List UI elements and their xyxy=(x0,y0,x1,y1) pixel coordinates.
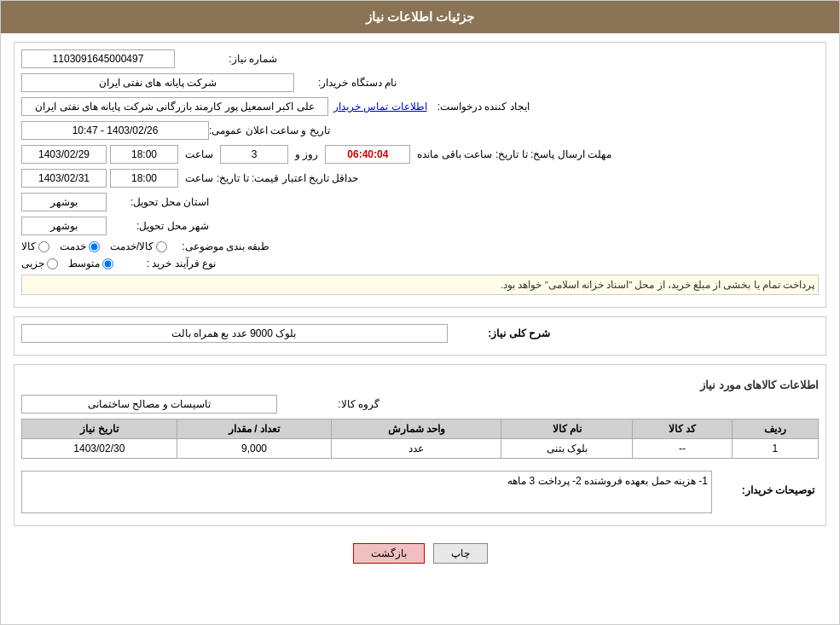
process-option-medium[interactable]: متوسط xyxy=(68,258,113,269)
goods-section: اطلاعات کالاهای مورد نیاز گروه کالا: تاس… xyxy=(14,364,826,526)
need-number-row: شماره نیاز: 1103091645000497 xyxy=(21,49,819,68)
table-row: 1--بلوک بتنیعدد9,0001403/02/30 xyxy=(22,439,819,459)
buyer-station-label: نام دستگاه خریدار: xyxy=(294,77,397,89)
buyer-notes-section: توصیحات خریدار: 1- هزینه حمل بعهده فروشن… xyxy=(21,467,819,513)
city-label: شهر محل تحویل: xyxy=(107,220,209,232)
goods-group-value: تاسیسات و مصالح ساختمانی xyxy=(21,395,277,414)
city-row: شهر محل تحویل: بوشهر xyxy=(21,217,819,235)
province-value: بوشهر xyxy=(21,193,107,211)
days-value: 3 xyxy=(220,145,288,164)
need-number-label: شماره نیاز: xyxy=(175,53,277,65)
cell-row: 1 xyxy=(732,439,818,459)
price-validity-row: حداقل تاریخ اعتبار قیمت: تا تاریخ: ساعت … xyxy=(21,169,819,188)
category-row: طبقه بندی موضوعی: کالا/خدمت خدمت کالا xyxy=(21,240,819,252)
cell-date: 1403/02/30 xyxy=(22,439,177,459)
response-date-value: 1403/02/29 xyxy=(21,145,107,164)
announce-datetime-row: تاریخ و ساعت اعلان عمومی: 1403/02/26 - 1… xyxy=(21,121,819,140)
buyer-notes-row: توصیحات خریدار: 1- هزینه حمل بعهده فروشن… xyxy=(21,467,819,513)
process-label: نوع فرآیند خرید : xyxy=(113,258,216,269)
announce-datetime-value: 1403/02/26 - 10:47 xyxy=(21,121,209,140)
col-date: تاریخ نیاز xyxy=(22,420,177,439)
col-qty: تعداد / مقدار xyxy=(177,420,332,439)
price-validity-group: ساعت 18:00 1403/02/31 xyxy=(21,169,217,188)
buyer-notes-value: 1- هزینه حمل بعهده فروشنده 2- پرداخت 3 م… xyxy=(21,471,712,513)
announce-datetime-label: تاریخ و ساعت اعلان عمومی: xyxy=(209,124,330,136)
page-header: جزئیات اطلاعات نیاز xyxy=(1,1,839,33)
print-button[interactable]: چاپ xyxy=(433,543,488,564)
col-code: کد کالا xyxy=(633,420,732,439)
goods-table: ردیف کد کالا نام کالا واحد شمارش تعداد /… xyxy=(21,419,819,459)
province-label: استان محل تحویل: xyxy=(107,196,209,208)
process-radio-group: متوسط جزیی xyxy=(21,258,113,269)
category-option-goods[interactable]: کالا xyxy=(21,240,49,252)
footer-buttons: چاپ بازگشت xyxy=(14,535,826,572)
requester-row: ایجاد کننده درخواست: اطلاعات تماس خریدار… xyxy=(21,97,819,116)
category-radio-group: کالا/خدمت خدمت کالا xyxy=(21,240,167,252)
goods-group-label: گروه کالا: xyxy=(277,398,379,410)
response-deadline-row: مهلت ارسال پاسخ: تا تاریخ: ساعت باقی مان… xyxy=(21,145,819,164)
cell-name: بلوک بتنی xyxy=(501,439,633,459)
cell-code: -- xyxy=(633,439,732,459)
requester-value: علی اکبر اسمعیل پور کارمند بازرگانی شرکت… xyxy=(21,97,328,116)
remaining-value: 06:40:04 xyxy=(325,145,410,164)
contact-link[interactable]: اطلاعات تماس خریدار xyxy=(333,101,427,113)
time-value: 18:00 xyxy=(110,145,178,164)
buyer-notes-label: توصیحات خریدار: xyxy=(712,484,814,496)
buyer-station-row: نام دستگاه خریدار: شرکت پایانه های نفتی … xyxy=(21,73,819,92)
goods-group-row: گروه کالا: تاسیسات و مصالح ساختمانی xyxy=(21,395,819,414)
cell-quantity: 9,000 xyxy=(177,439,332,459)
category-option-khadmat[interactable]: کالا/خدمت xyxy=(110,240,167,252)
price-time-value: 18:00 xyxy=(110,169,178,188)
response-deadline-label: مهلت ارسال پاسخ: تا تاریخ: xyxy=(495,148,611,160)
days-label: روز و xyxy=(295,148,318,160)
cell-unit: عدد xyxy=(332,439,501,459)
need-number-value: 1103091645000497 xyxy=(21,49,175,68)
category-label: طبقه بندی موضوعی: xyxy=(167,240,269,252)
category-option-service[interactable]: خدمت xyxy=(60,240,100,252)
col-name: نام کالا xyxy=(501,420,633,439)
response-deadline-group: ساعت باقی مانده 06:40:04 روز و 3 ساعت 18… xyxy=(21,145,495,164)
province-row: استان محل تحویل: بوشهر xyxy=(21,193,819,211)
general-note: پرداخت تمام یا بخشی از مبلغ خرید، از محل… xyxy=(21,275,819,295)
time-label: ساعت xyxy=(185,148,213,160)
process-option-small[interactable]: جزیی xyxy=(21,258,58,269)
city-value: بوشهر xyxy=(21,217,107,235)
page-title: جزئیات اطلاعات نیاز xyxy=(366,9,474,24)
summary-label: شرح کلی نیاز: xyxy=(448,327,550,339)
summary-section: شرح کلی نیاز: بلوک 9000 عدد بع همراه بال… xyxy=(14,316,826,356)
price-time-label: ساعت xyxy=(185,172,213,184)
price-validity-label: حداقل تاریخ اعتبار قیمت: تا تاریخ: xyxy=(217,172,358,184)
buyer-station-value: شرکت پایانه های نفتی ایران xyxy=(21,73,294,92)
goods-section-title: اطلاعات کالاهای مورد نیاز xyxy=(21,379,819,391)
remaining-label: ساعت باقی مانده xyxy=(417,148,492,160)
process-row: نوع فرآیند خرید : متوسط جزیی xyxy=(21,258,819,269)
requester-label: ایجاد کننده درخواست: xyxy=(427,101,530,113)
price-date-value: 1403/02/31 xyxy=(21,169,107,188)
summary-row: شرح کلی نیاز: بلوک 9000 عدد بع همراه بال… xyxy=(21,324,819,343)
summary-value: بلوک 9000 عدد بع همراه بالت xyxy=(21,324,448,343)
main-form: شماره نیاز: 1103091645000497 نام دستگاه … xyxy=(14,42,826,308)
back-button[interactable]: بازگشت xyxy=(353,543,425,564)
col-row: ردیف xyxy=(732,420,818,439)
col-unit: واحد شمارش xyxy=(332,420,501,439)
